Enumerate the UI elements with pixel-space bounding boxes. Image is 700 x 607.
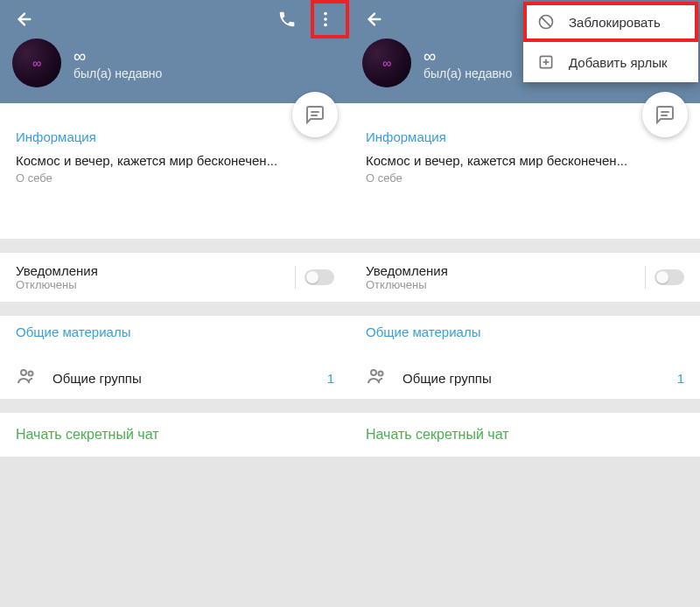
svg-point-1 [324,17,327,21]
shared-groups-row[interactable]: Общие группы 1 [0,357,350,399]
profile-status: был(а) недавно [424,66,512,80]
bio-label: О себе [366,171,684,185]
back-button[interactable] [7,2,42,37]
block-label: Заблокировать [569,15,661,30]
notifications-status: Отключены [16,278,98,291]
notifications-toggle[interactable] [654,269,684,285]
back-button[interactable] [357,2,392,37]
info-heading: Информация [16,129,334,144]
shared-groups-label: Общие группы [402,371,492,386]
svg-point-0 [324,12,327,16]
shared-groups-row[interactable]: Общие группы 1 [350,357,700,399]
profile-status: был(а) недавно [74,66,162,80]
options-dropdown: Заблокировать Добавить ярлык [523,2,698,82]
shared-groups-count: 1 [327,371,334,386]
message-icon [304,104,326,125]
message-fab[interactable] [292,92,338,137]
bio-text: Космос и вечер, кажется мир бесконечен..… [16,153,334,168]
phone-icon [277,10,297,29]
shared-groups-label: Общие группы [52,371,142,386]
notifications-title: Уведомления [366,263,448,278]
secret-chat-button[interactable]: Начать секретный чат [350,413,700,457]
divider [645,266,646,289]
add-shortcut-label: Добавить ярлык [569,55,668,70]
svg-point-14 [371,370,376,375]
block-user-item[interactable]: Заблокировать [523,2,698,42]
bio-label: О себе [16,171,334,185]
call-button[interactable] [270,2,304,37]
divider [295,266,296,289]
svg-point-15 [379,372,383,376]
right-pane: ∞ был(а) недавно Заблокировать Добавить … [350,0,700,607]
add-shortcut-item[interactable]: Добавить ярлык [523,42,698,82]
notifications-toggle[interactable] [304,269,334,285]
svg-line-8 [542,17,551,27]
message-fab[interactable] [642,92,688,137]
info-heading: Информация [366,129,684,144]
more-vert-icon [316,10,335,29]
svg-point-6 [29,372,33,376]
left-header: ∞ был(а) недавно [0,0,350,103]
profile-name: ∞ [74,46,162,66]
shared-heading: Общие материалы [16,324,334,339]
avatar[interactable] [12,38,61,87]
block-icon [537,13,555,31]
notifications-title: Уведомления [16,263,98,278]
secret-chat-button[interactable]: Начать секретный чат [0,413,350,457]
avatar[interactable] [362,38,411,87]
groups-icon [16,366,37,387]
arrow-left-icon [15,10,34,29]
bio-text: Космос и вечер, кажется мир бесконечен..… [366,153,684,168]
notifications-row[interactable]: Уведомления Отключены [350,253,700,302]
shared-heading: Общие материалы [366,324,684,339]
add-shortcut-icon [537,53,555,71]
message-icon [654,104,676,125]
more-button[interactable] [308,2,343,37]
notifications-status: Отключены [366,278,448,291]
svg-point-2 [324,24,327,27]
shared-groups-count: 1 [677,371,684,386]
groups-icon [366,366,387,387]
left-pane: ∞ был(а) недавно Информация Космос и веч… [0,0,350,607]
svg-point-5 [21,370,26,375]
arrow-left-icon [365,10,384,29]
profile-name: ∞ [424,46,512,66]
notifications-row[interactable]: Уведомления Отключены [0,253,350,302]
